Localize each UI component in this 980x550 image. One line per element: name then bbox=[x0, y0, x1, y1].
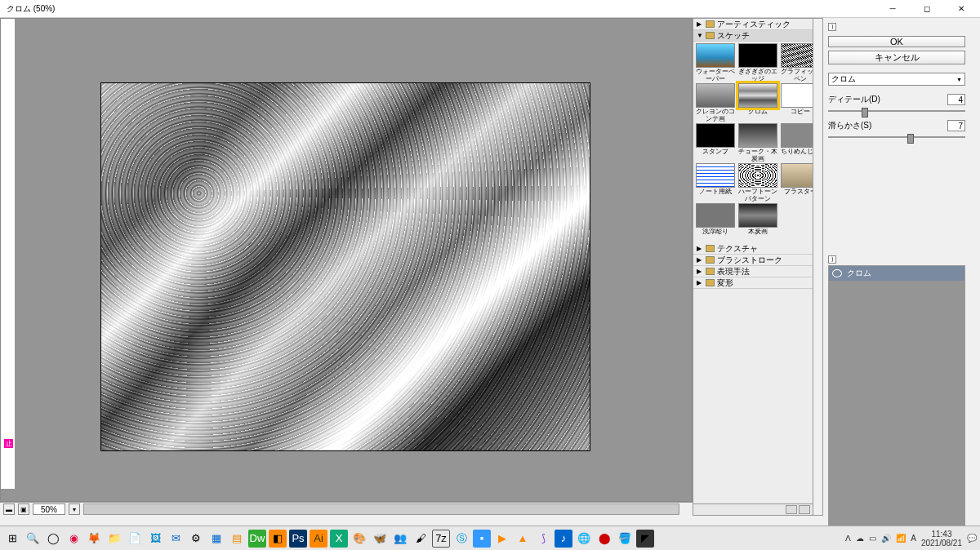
filter-crayon-conte[interactable]: クレヨンのコンテ画 bbox=[695, 83, 736, 122]
tray-chevron-icon[interactable]: ᐱ bbox=[845, 534, 851, 543]
firefox-icon[interactable]: 🦊 bbox=[85, 530, 103, 548]
filter-thumbnail bbox=[738, 123, 777, 148]
filter-label: スタンプ bbox=[702, 149, 728, 162]
cortana-icon[interactable]: ◯ bbox=[44, 530, 62, 548]
7z-icon[interactable]: 7z bbox=[432, 530, 450, 548]
category-texture[interactable]: ▶ テクスチャ bbox=[693, 243, 822, 255]
right-column: ▶ アーティスティック ▼ スケッチ ウォーターペーパーぎざぎざのエッジグラフィ… bbox=[693, 18, 980, 516]
vlc-icon[interactable]: ▲ bbox=[514, 530, 532, 548]
thumbnail-size-button-2[interactable] bbox=[799, 505, 810, 514]
preview-horizontal-scrollbar[interactable] bbox=[83, 503, 679, 515]
preview-canvas[interactable] bbox=[100, 82, 590, 451]
app-icon-purple[interactable]: ⟆ bbox=[534, 530, 552, 548]
filter-relief[interactable]: 浅浮彫り bbox=[695, 203, 736, 242]
zoom-dropdown-button[interactable]: ▾ bbox=[69, 503, 80, 515]
app-icon-2[interactable]: ▤ bbox=[228, 530, 246, 548]
minimize-button[interactable]: ─ bbox=[880, 1, 905, 17]
chevron-down-icon: ▼ bbox=[697, 32, 703, 39]
ok-button[interactable]: OK bbox=[828, 36, 965, 47]
filter-select-combo[interactable]: クロム ▼ bbox=[828, 73, 965, 86]
filter-label: プラスター bbox=[784, 189, 817, 202]
category-expression[interactable]: ▶ 表現手法 bbox=[693, 266, 822, 277]
sublime-icon[interactable]: ◧ bbox=[269, 530, 287, 548]
filter-halftone[interactable]: ハーフトーンパターン bbox=[737, 163, 778, 202]
category-label: ブラシストローク bbox=[717, 255, 782, 266]
tray-cloud-icon[interactable]: ☁ bbox=[856, 534, 864, 543]
tray-battery-icon[interactable]: ▭ bbox=[869, 534, 876, 543]
filter-note-paper[interactable]: ノート用紙 bbox=[695, 163, 736, 202]
globe-icon[interactable]: 🌐 bbox=[575, 530, 593, 548]
skype-icon[interactable]: Ⓢ bbox=[452, 530, 470, 548]
filter-tree-scrollbar[interactable] bbox=[813, 19, 822, 515]
tray-ime-icon[interactable]: A bbox=[911, 534, 916, 543]
zoom-out-button[interactable]: ▬ bbox=[3, 503, 15, 515]
chrome-icon[interactable]: ◉ bbox=[65, 530, 82, 548]
start-button[interactable]: ⊞ bbox=[3, 530, 21, 548]
filter-water-paper[interactable]: ウォーターペーパー bbox=[695, 43, 736, 82]
teams-icon[interactable]: 👥 bbox=[391, 530, 409, 548]
settings-icon[interactable]: ⚙ bbox=[187, 530, 205, 548]
record-icon[interactable]: ⬤ bbox=[595, 530, 613, 548]
photoshop-icon[interactable]: Ps bbox=[289, 530, 307, 548]
smoothness-slider[interactable] bbox=[828, 136, 965, 138]
filter-label: クレヨンのコンテ画 bbox=[695, 109, 736, 122]
media-icon[interactable]: ▶ bbox=[493, 530, 511, 548]
category-artistic[interactable]: ▶ アーティスティック bbox=[693, 19, 822, 30]
filter-thumbnail bbox=[696, 203, 735, 228]
paint-icon[interactable]: 🎨 bbox=[350, 530, 368, 548]
filter-label: 木炭画 bbox=[748, 228, 768, 242]
filter-chalk-charcoal[interactable]: チョーク・木炭画 bbox=[737, 123, 778, 162]
zoom-input[interactable] bbox=[33, 503, 65, 515]
collapse-stack-button[interactable]: ⟩ bbox=[828, 255, 836, 264]
notifications-icon[interactable]: 💬 bbox=[967, 534, 977, 543]
explorer-icon[interactable]: 📁 bbox=[105, 530, 123, 548]
folder-icon bbox=[706, 268, 715, 275]
photos-icon[interactable]: 🖼 bbox=[146, 530, 164, 548]
maximize-button[interactable]: ◻ bbox=[915, 1, 939, 17]
detail-slider[interactable] bbox=[828, 110, 965, 112]
folder-icon bbox=[706, 256, 715, 264]
category-label: アーティスティック bbox=[717, 19, 791, 30]
bucket-icon[interactable]: 🪣 bbox=[616, 530, 634, 548]
chevron-right-icon: ▶ bbox=[697, 256, 703, 264]
chevron-right-icon: ▶ bbox=[697, 279, 703, 286]
detail-input[interactable] bbox=[947, 94, 965, 105]
app-icon-1[interactable]: ▦ bbox=[207, 530, 225, 548]
outlook-icon[interactable]: ✉ bbox=[167, 530, 185, 548]
category-brush[interactable]: ▶ ブラシストローク bbox=[693, 255, 822, 266]
category-distort[interactable]: ▶ 変形 bbox=[693, 277, 822, 289]
illustrator-icon[interactable]: Ai bbox=[310, 530, 327, 548]
filter-stamp[interactable]: スタンプ bbox=[695, 123, 736, 162]
smoothness-input[interactable] bbox=[947, 120, 965, 131]
chevron-down-icon: ▼ bbox=[956, 77, 962, 82]
taskbar-clock[interactable]: 11:43 2021/08/21 bbox=[921, 530, 962, 548]
tray-wifi-icon[interactable]: 📶 bbox=[896, 534, 906, 543]
category-sketch[interactable]: ▼ スケッチ bbox=[693, 30, 822, 42]
filter-torn-edge[interactable]: ぎざぎざのエッジ bbox=[737, 43, 778, 82]
cancel-button[interactable]: キャンセル bbox=[828, 51, 965, 64]
eye-icon[interactable] bbox=[832, 269, 842, 277]
butterfly-icon[interactable]: 🦋 bbox=[371, 530, 389, 548]
category-label: 変形 bbox=[717, 277, 733, 289]
zoom-in-button[interactable]: ▣ bbox=[18, 503, 29, 515]
notepad-icon[interactable]: 📄 bbox=[126, 530, 144, 548]
filter-thumbnail bbox=[696, 43, 735, 68]
search-icon[interactable]: 🔍 bbox=[24, 530, 42, 548]
filter-chrome[interactable]: クロム bbox=[737, 83, 778, 122]
dreamweaver-icon[interactable]: Dw bbox=[248, 530, 266, 548]
app-icon-dark[interactable]: ◤ bbox=[636, 530, 654, 548]
collapse-controls-button[interactable]: ⟩ bbox=[828, 23, 836, 31]
excel-icon[interactable]: X bbox=[330, 530, 348, 548]
filter-thumbnail bbox=[738, 203, 777, 228]
music-icon[interactable]: ♪ bbox=[555, 530, 572, 548]
thumbnail-size-button[interactable] bbox=[786, 505, 797, 514]
filter-charcoal[interactable]: 木炭画 bbox=[737, 203, 778, 242]
effect-stack-wrap: ⟩ クロム bbox=[828, 255, 965, 543]
effect-layer-item[interactable]: クロム bbox=[829, 266, 964, 281]
tray-volume-icon[interactable]: 🔊 bbox=[881, 534, 891, 543]
paint-brush-icon[interactable]: 🖌 bbox=[412, 530, 430, 548]
zoom-icon[interactable]: ▪ bbox=[473, 530, 491, 548]
detail-slider-thumb[interactable] bbox=[862, 108, 868, 118]
close-button[interactable]: ✕ bbox=[949, 1, 973, 17]
smoothness-slider-thumb[interactable] bbox=[907, 134, 914, 144]
